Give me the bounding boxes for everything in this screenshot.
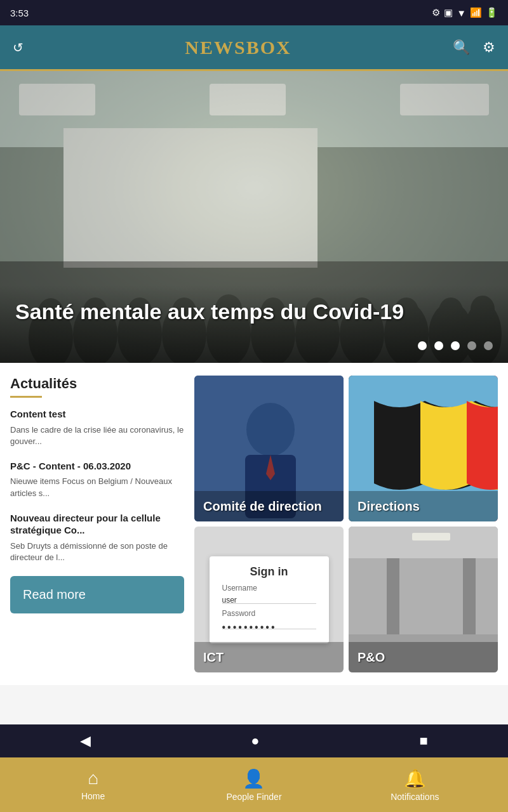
- tile-ict-label-overlay: ICT: [194, 642, 344, 672]
- people-finder-icon: 👤: [243, 768, 265, 789]
- categories-grid: Comité de direction Directions: [194, 376, 498, 672]
- app-header: ↺ NEWSBOX 🔍 ⚙: [0, 25, 508, 71]
- notifications-icon: 🔔: [404, 768, 426, 789]
- recent-button[interactable]: ■: [420, 733, 428, 749]
- refresh-button[interactable]: ↺: [13, 40, 23, 55]
- news-column: Actualités Content test Dans le cadre de…: [10, 376, 194, 672]
- back-button[interactable]: ◀: [80, 733, 91, 749]
- svg-rect-3: [210, 84, 286, 115]
- nav-home-label: Home: [81, 791, 105, 801]
- tile-po-label-overlay: P&O: [349, 642, 498, 672]
- dot-5[interactable]: [484, 341, 493, 350]
- news-item-title-1: Content test: [10, 408, 184, 421]
- signal-icon: 📶: [470, 7, 482, 18]
- news-item-body-1: Dans le cadre de la crise liée au corona…: [10, 424, 184, 447]
- bottom-navigation: ⌂ Home 👤 People Finder 🔔 Notifications: [0, 757, 508, 812]
- nav-people-finder[interactable]: 👤 People Finder: [222, 768, 286, 802]
- hero-banner: Santé mentale aux temps du Covid-19: [0, 71, 508, 363]
- sim-icon: ▣: [444, 7, 453, 18]
- username-value: user: [222, 594, 316, 604]
- battery-icon: 🔋: [486, 7, 498, 18]
- settings-icon[interactable]: ⚙: [483, 39, 495, 56]
- carousel-dots: [418, 341, 493, 350]
- news-item-body-3: Seb Druyts a démissionné de son poste de…: [10, 540, 184, 563]
- home-icon: ⌂: [88, 768, 98, 789]
- settings-status-icon: ⚙: [432, 7, 440, 18]
- username-text: user: [222, 596, 237, 605]
- search-icon[interactable]: 🔍: [453, 39, 470, 56]
- tile-ict-label: ICT: [203, 650, 335, 665]
- news-item-2[interactable]: P&C - Content - 06.03.2020 Nieuwe items …: [10, 460, 184, 499]
- home-button[interactable]: ●: [251, 733, 259, 749]
- password-dots: ••••••••••: [222, 622, 277, 632]
- password-value: ••••••••••: [222, 619, 316, 629]
- nav-people-label: People Finder: [226, 792, 281, 802]
- status-icons: ⚙ ▣ ▼ 📶 🔋: [432, 7, 498, 18]
- dot-1[interactable]: [418, 341, 427, 350]
- svg-rect-2: [19, 84, 95, 115]
- header-actions: 🔍 ⚙: [453, 39, 495, 56]
- tile-directions-label: Directions: [358, 499, 489, 514]
- svg-point-32: [246, 403, 295, 456]
- news-item-3[interactable]: Nouveau directeur pour la cellule straté…: [10, 512, 184, 563]
- svg-rect-44: [412, 533, 450, 540]
- tile-po[interactable]: P&O: [349, 527, 498, 672]
- tile-directions-label-overlay: Directions: [349, 491, 498, 521]
- signin-title: Sign in: [222, 565, 316, 579]
- nav-notifications-label: Notifications: [391, 792, 439, 802]
- tile-comite-de-direction[interactable]: Comité de direction: [194, 376, 344, 521]
- signin-form: Sign in Username user Password •••••••••…: [210, 556, 329, 643]
- wifi-icon: ▼: [457, 8, 466, 18]
- svg-rect-37: [349, 527, 498, 558]
- tile-ict[interactable]: Sign in Username user Password •••••••••…: [194, 527, 344, 672]
- section-underline: [10, 396, 42, 398]
- tile-comite-label: Comité de direction: [203, 499, 335, 514]
- time-display: 3:53: [10, 8, 29, 18]
- system-navigation: ◀ ● ■: [0, 724, 508, 757]
- tile-po-label: P&O: [358, 650, 489, 665]
- dot-4[interactable]: [467, 341, 476, 350]
- section-title: Actualités: [10, 376, 184, 392]
- nav-home[interactable]: ⌂ Home: [62, 768, 125, 801]
- main-content: Actualités Content test Dans le cadre de…: [0, 363, 508, 685]
- status-time: 3:53: [10, 8, 29, 18]
- read-more-button[interactable]: Read more: [10, 576, 184, 613]
- nav-notifications[interactable]: 🔔 Notifications: [383, 768, 446, 802]
- username-label: Username: [222, 584, 316, 593]
- dot-2[interactable]: [434, 341, 443, 350]
- tile-comite-label-overlay: Comité de direction: [194, 491, 344, 521]
- dot-3[interactable]: [451, 341, 460, 350]
- app-logo: NEWSBOX: [185, 37, 291, 58]
- svg-rect-7: [64, 128, 318, 268]
- tile-directions[interactable]: Directions: [349, 376, 498, 521]
- news-item-title-3: Nouveau directeur pour la cellule straté…: [10, 512, 184, 537]
- password-label: Password: [222, 609, 316, 618]
- hero-overlay: Santé mentale aux temps du Covid-19: [0, 285, 508, 363]
- news-item-body-2: Nieuwe items Focus on Belgium / Nouveaux…: [10, 476, 184, 499]
- news-item-1[interactable]: Content test Dans le cadre de la crise l…: [10, 408, 184, 447]
- status-bar: 3:53 ⚙ ▣ ▼ 📶 🔋: [0, 0, 508, 25]
- svg-rect-4: [400, 84, 489, 115]
- news-item-title-2: P&C - Content - 06.03.2020: [10, 460, 184, 473]
- hero-title: Santé mentale aux temps du Covid-19: [15, 298, 493, 325]
